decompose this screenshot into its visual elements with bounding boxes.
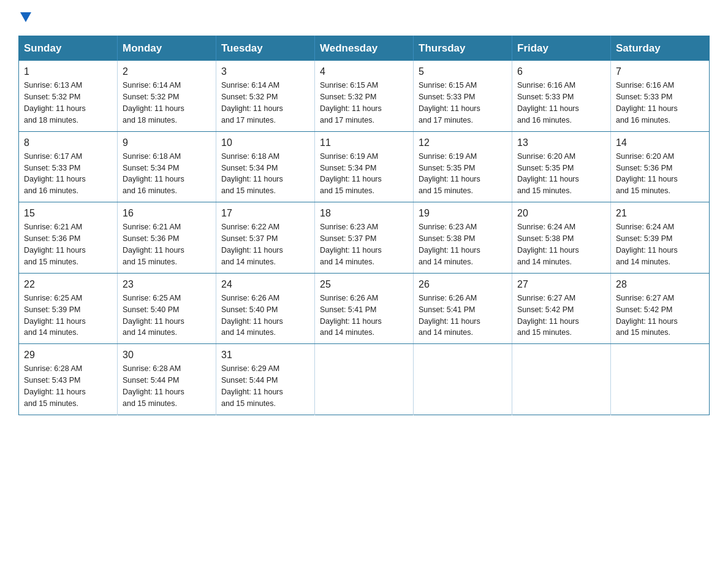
day-info: Sunrise: 6:28 AMSunset: 5:44 PMDaylight:… [123, 364, 184, 408]
day-number: 17 [221, 206, 309, 220]
day-info: Sunrise: 6:24 AMSunset: 5:39 PMDaylight:… [616, 223, 678, 266]
calendar-cell: 22 Sunrise: 6:25 AMSunset: 5:39 PMDaylig… [19, 273, 118, 344]
weekday-header-wednesday: Wednesday [315, 36, 414, 61]
calendar-cell: 14 Sunrise: 6:20 AMSunset: 5:36 PMDaylig… [611, 131, 710, 202]
day-number: 8 [24, 136, 112, 150]
day-info: Sunrise: 6:23 AMSunset: 5:38 PMDaylight:… [419, 223, 480, 266]
day-number: 15 [24, 206, 112, 220]
day-info: Sunrise: 6:28 AMSunset: 5:43 PMDaylight:… [24, 364, 86, 408]
calendar-week-row: 22 Sunrise: 6:25 AMSunset: 5:39 PMDaylig… [19, 273, 710, 344]
calendar-cell: 2 Sunrise: 6:14 AMSunset: 5:32 PMDayligh… [118, 61, 216, 131]
day-number: 19 [419, 206, 507, 220]
day-number: 28 [616, 277, 704, 291]
day-number: 29 [24, 348, 112, 362]
day-number: 26 [419, 277, 507, 291]
day-info: Sunrise: 6:25 AMSunset: 5:40 PMDaylight:… [123, 294, 184, 337]
calendar-cell: 28 Sunrise: 6:27 AMSunset: 5:42 PMDaylig… [611, 273, 710, 344]
day-info: Sunrise: 6:20 AMSunset: 5:35 PMDaylight:… [517, 152, 579, 196]
day-info: Sunrise: 6:27 AMSunset: 5:42 PMDaylight:… [616, 294, 678, 337]
svg-marker-0 [20, 12, 31, 22]
calendar-cell: 29 Sunrise: 6:28 AMSunset: 5:43 PMDaylig… [19, 344, 118, 415]
day-info: Sunrise: 6:19 AMSunset: 5:35 PMDaylight:… [419, 152, 480, 196]
logo-triangle-icon [20, 12, 31, 23]
day-info: Sunrise: 6:21 AMSunset: 5:36 PMDaylight:… [123, 223, 184, 266]
day-info: Sunrise: 6:18 AMSunset: 5:34 PMDaylight:… [123, 152, 184, 196]
day-number: 2 [123, 64, 211, 79]
calendar-cell: 1 Sunrise: 6:13 AMSunset: 5:32 PMDayligh… [19, 61, 118, 131]
calendar-week-row: 8 Sunrise: 6:17 AMSunset: 5:33 PMDayligh… [19, 131, 710, 202]
weekday-header-saturday: Saturday [611, 36, 710, 61]
day-info: Sunrise: 6:17 AMSunset: 5:33 PMDaylight:… [24, 152, 86, 196]
day-number: 1 [24, 64, 112, 79]
day-number: 3 [221, 64, 309, 79]
calendar-cell: 17 Sunrise: 6:22 AMSunset: 5:37 PMDaylig… [216, 202, 315, 274]
day-info: Sunrise: 6:26 AMSunset: 5:41 PMDaylight:… [320, 294, 382, 337]
calendar-cell: 31 Sunrise: 6:29 AMSunset: 5:44 PMDaylig… [216, 344, 315, 415]
weekday-header-sunday: Sunday [19, 36, 118, 61]
day-info: Sunrise: 6:18 AMSunset: 5:34 PMDaylight:… [221, 152, 283, 196]
day-number: 25 [320, 277, 408, 291]
day-info: Sunrise: 6:15 AMSunset: 5:32 PMDaylight:… [320, 81, 382, 124]
calendar-cell [414, 344, 512, 415]
day-number: 21 [616, 206, 704, 220]
calendar-cell: 11 Sunrise: 6:19 AMSunset: 5:34 PMDaylig… [315, 131, 414, 202]
day-number: 13 [517, 136, 605, 150]
day-number: 10 [221, 136, 309, 150]
day-number: 23 [123, 277, 211, 291]
day-info: Sunrise: 6:16 AMSunset: 5:33 PMDaylight:… [616, 81, 678, 124]
day-number: 14 [616, 136, 704, 150]
weekday-header-thursday: Thursday [414, 36, 512, 61]
day-info: Sunrise: 6:13 AMSunset: 5:32 PMDaylight:… [24, 81, 86, 124]
calendar-table: SundayMondayTuesdayWednesdayThursdayFrid… [18, 36, 710, 415]
calendar-cell [611, 344, 710, 415]
day-number: 11 [320, 136, 408, 150]
day-info: Sunrise: 6:14 AMSunset: 5:32 PMDaylight:… [221, 81, 283, 124]
day-info: Sunrise: 6:14 AMSunset: 5:32 PMDaylight:… [123, 81, 184, 124]
calendar-cell: 4 Sunrise: 6:15 AMSunset: 5:32 PMDayligh… [315, 61, 414, 131]
weekday-header-friday: Friday [512, 36, 611, 61]
day-info: Sunrise: 6:27 AMSunset: 5:42 PMDaylight:… [517, 294, 579, 337]
calendar-cell: 27 Sunrise: 6:27 AMSunset: 5:42 PMDaylig… [512, 273, 611, 344]
calendar-cell: 12 Sunrise: 6:19 AMSunset: 5:35 PMDaylig… [414, 131, 512, 202]
calendar-week-row: 1 Sunrise: 6:13 AMSunset: 5:32 PMDayligh… [19, 61, 710, 131]
day-number: 31 [221, 348, 309, 362]
day-number: 4 [320, 64, 408, 79]
calendar-week-row: 15 Sunrise: 6:21 AMSunset: 5:36 PMDaylig… [19, 202, 710, 274]
calendar-cell: 16 Sunrise: 6:21 AMSunset: 5:36 PMDaylig… [118, 202, 216, 274]
day-info: Sunrise: 6:29 AMSunset: 5:44 PMDaylight:… [221, 364, 283, 408]
weekday-header-tuesday: Tuesday [216, 36, 315, 61]
day-info: Sunrise: 6:26 AMSunset: 5:40 PMDaylight:… [221, 294, 283, 337]
day-number: 16 [123, 206, 211, 220]
calendar-cell [315, 344, 414, 415]
calendar-cell: 9 Sunrise: 6:18 AMSunset: 5:34 PMDayligh… [118, 131, 216, 202]
calendar-cell: 19 Sunrise: 6:23 AMSunset: 5:38 PMDaylig… [414, 202, 512, 274]
calendar-header-row: SundayMondayTuesdayWednesdayThursdayFrid… [19, 36, 710, 61]
day-info: Sunrise: 6:15 AMSunset: 5:33 PMDaylight:… [419, 81, 480, 124]
calendar-cell: 7 Sunrise: 6:16 AMSunset: 5:33 PMDayligh… [611, 61, 710, 131]
calendar-cell: 8 Sunrise: 6:17 AMSunset: 5:33 PMDayligh… [19, 131, 118, 202]
weekday-header-monday: Monday [118, 36, 216, 61]
calendar-cell: 24 Sunrise: 6:26 AMSunset: 5:40 PMDaylig… [216, 273, 315, 344]
calendar-cell: 5 Sunrise: 6:15 AMSunset: 5:33 PMDayligh… [414, 61, 512, 131]
calendar-cell: 18 Sunrise: 6:23 AMSunset: 5:37 PMDaylig… [315, 202, 414, 274]
day-number: 6 [517, 64, 605, 79]
day-info: Sunrise: 6:19 AMSunset: 5:34 PMDaylight:… [320, 152, 382, 196]
day-info: Sunrise: 6:20 AMSunset: 5:36 PMDaylight:… [616, 152, 678, 196]
calendar-cell: 20 Sunrise: 6:24 AMSunset: 5:38 PMDaylig… [512, 202, 611, 274]
calendar-cell: 13 Sunrise: 6:20 AMSunset: 5:35 PMDaylig… [512, 131, 611, 202]
day-number: 5 [419, 64, 507, 79]
calendar-cell: 25 Sunrise: 6:26 AMSunset: 5:41 PMDaylig… [315, 273, 414, 344]
day-info: Sunrise: 6:22 AMSunset: 5:37 PMDaylight:… [221, 223, 283, 266]
day-info: Sunrise: 6:16 AMSunset: 5:33 PMDaylight:… [517, 81, 579, 124]
day-number: 27 [517, 277, 605, 291]
page-header [18, 12, 710, 23]
calendar-cell: 15 Sunrise: 6:21 AMSunset: 5:36 PMDaylig… [19, 202, 118, 274]
day-number: 30 [123, 348, 211, 362]
day-number: 12 [419, 136, 507, 150]
calendar-cell: 21 Sunrise: 6:24 AMSunset: 5:39 PMDaylig… [611, 202, 710, 274]
calendar-cell: 3 Sunrise: 6:14 AMSunset: 5:32 PMDayligh… [216, 61, 315, 131]
day-number: 24 [221, 277, 309, 291]
day-number: 9 [123, 136, 211, 150]
calendar-cell: 6 Sunrise: 6:16 AMSunset: 5:33 PMDayligh… [512, 61, 611, 131]
calendar-cell: 23 Sunrise: 6:25 AMSunset: 5:40 PMDaylig… [118, 273, 216, 344]
